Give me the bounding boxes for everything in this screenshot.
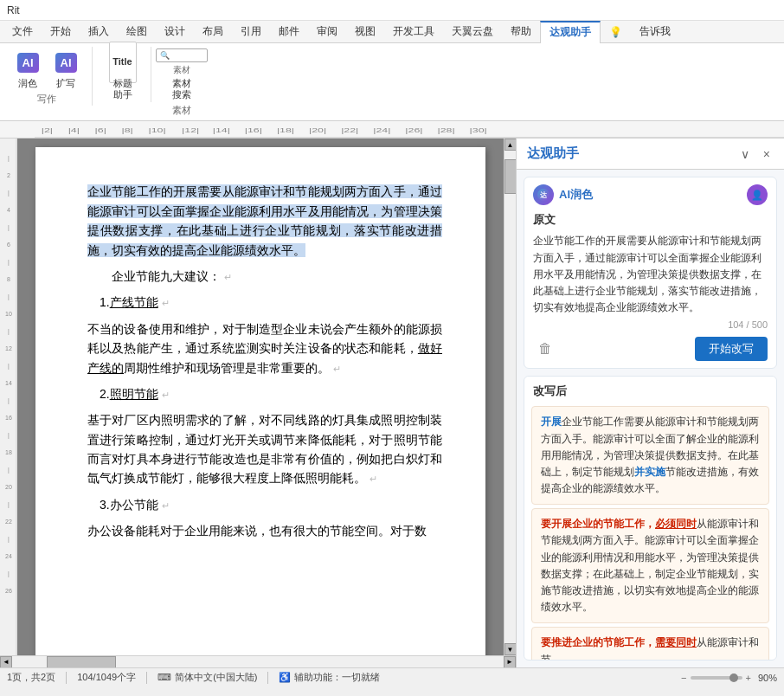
status-page-info: 1页，共2页 <box>7 671 55 684</box>
title-assistant-button[interactable]: Title 标题助手 <box>106 47 140 102</box>
tab-tellme[interactable]: 告诉我 <box>631 21 679 43</box>
h-scrollbar-track[interactable] <box>12 656 504 668</box>
original-text-box[interactable]: 企业节能工作的开展需要从能源审计和节能规划两方面入手，通过能源审计可以全面掌握企… <box>533 233 768 316</box>
status-divider-1 <box>66 672 67 684</box>
doc-para-3[interactable]: 1.产线节能 ↵ <box>87 293 442 312</box>
doc-para-1[interactable]: 企业节能工作的开展需要从能源审计和节能规划两方面入手，通过能源审计可以全面掌握企… <box>87 182 442 260</box>
tab-lightbulb[interactable]: 💡 <box>601 21 631 43</box>
rewrite3-part2: 需要同时 <box>655 636 697 648</box>
scrollbar-right[interactable]: ▲ ▼ <box>504 139 516 655</box>
rewrite-item-2[interactable]: 要开展企业的节能工作，必须同时从能源审计和节能规划两方面入手。能源审计可以全面掌… <box>531 508 769 623</box>
rewrite1-part1: 开展 <box>541 416 562 428</box>
tab-reference[interactable]: 引用 <box>232 21 270 43</box>
tab-help[interactable]: 帮助 <box>502 21 540 43</box>
tab-view[interactable]: 视图 <box>346 21 384 43</box>
rewrite1-part5: 的能源绩效水平。 <box>582 482 665 494</box>
h-scroll-right-btn[interactable]: ► <box>504 656 516 668</box>
ai-runse-label: 润色 <box>18 78 37 89</box>
h-scroll-left-btn[interactable]: ◄ <box>0 656 12 668</box>
tab-file[interactable]: 文件 <box>3 21 42 43</box>
char-count: 104 / 500 <box>533 319 768 330</box>
tab-insert[interactable]: 插入 <box>80 21 118 43</box>
main-area: | 2 | 4 | 6 | 8 | 10 | 12 | 14 | 16 | <box>0 139 784 667</box>
svg-text:10: 10 <box>5 311 12 317</box>
right-panel: 达观助手 ∨ × 达 <box>516 139 784 667</box>
doc-para-6[interactable]: 基于对厂区内照明需求的了解，对不同线路的灯具集成照明控制装置进行策略控制，通过灯… <box>87 410 442 488</box>
ai-runse-icon: AI <box>14 48 42 76</box>
ai-runse-button[interactable]: AI 润色 <box>10 47 45 91</box>
svg-text:|: | <box>8 155 10 162</box>
tab-devtools[interactable]: 开发工具 <box>384 21 443 43</box>
scrollbar-down-btn[interactable]: ▼ <box>504 643 517 655</box>
zoom-bar: − + 90% <box>681 673 777 683</box>
rewrite-item-3[interactable]: 要推进企业的节能工作，需要同时从能源审计和节 <box>531 627 769 661</box>
svg-text:|20|: |20| <box>309 126 326 133</box>
tab-mail[interactable]: 邮件 <box>270 21 308 43</box>
rewrite-item-1[interactable]: 开展企业节能工作需要从能源审计和节能规划两方面入手。能源审计可以全面了解企业的能… <box>531 406 769 505</box>
para-3-link[interactable]: 产线节能 <box>110 295 158 309</box>
material-search-label: 素材搜索 <box>172 78 191 100</box>
tab-start[interactable]: 开始 <box>42 21 80 43</box>
panel-header-btns: ∨ × <box>737 145 774 163</box>
doc-page[interactable]: 企业节能工作的开展需要从能源审计和节能规划两方面入手，通过能源审计可以全面掌握企… <box>35 147 485 655</box>
status-input-method: ⌨ 简体中文(中国大陆) <box>157 671 257 684</box>
input-method-icon: ⌨ <box>157 672 171 683</box>
title-icon-display: Title <box>109 42 137 83</box>
para-5-link[interactable]: 照明节能 <box>110 387 158 401</box>
doc-para-2[interactable]: 企业节能九大建议： ↵ <box>87 267 442 286</box>
action-row: 🗑 开始改写 <box>533 337 768 361</box>
doc-para-7[interactable]: 3.办公节能 ↵ <box>87 495 442 514</box>
zoom-slider[interactable] <box>691 676 742 680</box>
status-bar: 1页，共2页 104/1049个字 ⌨ 简体中文(中国大陆) ♿ 辅助功能：一切… <box>0 667 784 686</box>
trash-button[interactable]: 🗑 <box>533 339 557 358</box>
scrollbar-track[interactable] <box>504 151 517 643</box>
user-avatar: 👤 <box>747 184 768 205</box>
user-avatar-icon: 👤 <box>751 190 763 201</box>
tab-layout[interactable]: 布局 <box>194 21 232 43</box>
para-4-text: 不当的设备使用和维护，对于制造型企业未说会产生额外的能源损耗以及热能产生，通过系… <box>87 322 442 355</box>
material-search-button[interactable]: 🔍 素材 素材搜索 <box>164 47 199 102</box>
h-scrollbar-thumb[interactable] <box>47 656 116 668</box>
status-word-count: 104/1049个字 <box>77 671 136 684</box>
doc-content-wrapper[interactable]: 企业节能工作的开展需要从能源审计和节能规划两方面入手，通过能源审计可以全面掌握企… <box>17 139 504 655</box>
tab-dashuan[interactable]: 达观助手 <box>540 21 601 43</box>
tab-draw[interactable]: 绘图 <box>118 21 156 43</box>
tab-design[interactable]: 设计 <box>156 21 194 43</box>
svg-text:|4|: |4| <box>68 126 80 133</box>
doc-para-5[interactable]: 2.照明节能 ↵ <box>87 384 442 403</box>
scrollbar-thumb[interactable] <box>504 159 517 194</box>
panel-close-btn[interactable]: × <box>760 145 774 163</box>
doc-para-4[interactable]: 不当的设备使用和维护，对于制造型企业未说会产生额外的能源损耗以及热能产生，通过系… <box>87 319 442 377</box>
rewrite2-part3: 从能源审计和节能规划两方面入手。能源审计可以全面掌握企业的能源利用情况和用能水平… <box>541 518 759 613</box>
h-scrollbar[interactable]: ◄ ► <box>0 655 516 667</box>
tab-review[interactable]: 审阅 <box>308 21 346 43</box>
zoom-level: 90% <box>758 673 777 683</box>
zoom-plus-btn[interactable]: + <box>746 673 751 683</box>
svg-text:|22|: |22| <box>341 126 358 133</box>
para-mark-7: ↵ <box>162 500 170 511</box>
doc-scroll-area: | 2 | 4 | 6 | 8 | 10 | 12 | 14 | 16 | <box>0 139 516 655</box>
rewrite-header: 改写后 <box>524 377 776 403</box>
doc-para-8[interactable]: 办公设备能耗对于企业用能来说，也有很大的节能空间。对于数 <box>87 521 442 540</box>
svg-text:18: 18 <box>5 449 12 455</box>
rewrite1-part3: 并实施 <box>634 466 665 478</box>
assist-icon: ♿ <box>279 672 291 683</box>
zoom-minus-btn[interactable]: − <box>681 673 686 683</box>
svg-text:|: | <box>8 397 10 404</box>
scrollbar-up-btn[interactable]: ▲ <box>504 139 517 151</box>
assist-text: 辅助功能：一切就绪 <box>294 671 380 684</box>
zoom-thumb[interactable] <box>729 673 738 682</box>
rewrite-section: 改写后 开展企业节能工作需要从能源审计和节能规划两方面入手。能源审计可以全面了解… <box>524 376 777 661</box>
svg-text:24: 24 <box>5 553 12 559</box>
start-rewrite-button[interactable]: 开始改写 <box>695 337 768 361</box>
panel-collapse-btn[interactable]: ∨ <box>737 145 753 163</box>
svg-text:|2|: |2| <box>42 126 53 133</box>
ai-avatar: 达 <box>533 184 554 205</box>
ribbon-group-title: Title 标题助手 <box>100 47 151 102</box>
svg-text:|28|: |28| <box>437 126 454 133</box>
ai-kuoxie-button[interactable]: AI 扩写 <box>48 47 83 91</box>
tab-cloud[interactable]: 天翼云盘 <box>443 21 502 43</box>
svg-text:12: 12 <box>5 345 12 351</box>
title-bar: Rit <box>0 0 784 21</box>
ai-kuoxie-icon: AI <box>52 48 80 76</box>
